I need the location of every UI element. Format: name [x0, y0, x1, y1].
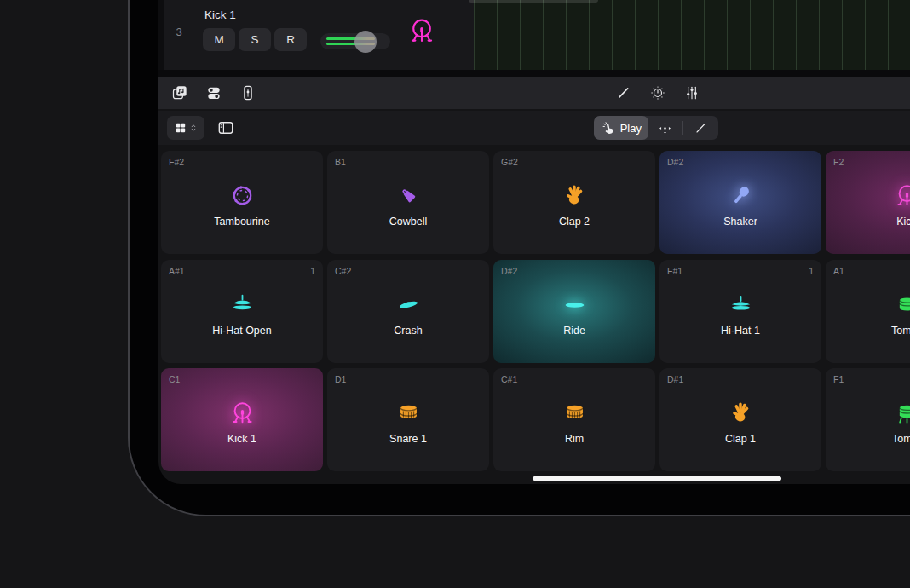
volume-knob[interactable]: [354, 31, 377, 53]
region-edge: [469, 0, 598, 3]
drum-pad[interactable]: C#2 Crash: [327, 260, 489, 363]
play-mode-segment[interactable]: Play: [594, 116, 648, 140]
control-bar: [158, 77, 910, 109]
tom-high-icon: [894, 291, 910, 318]
control-bar-right: [612, 77, 704, 109]
pad-label: Snare 1: [389, 433, 427, 445]
drum-pad[interactable]: D1 Snare 1: [327, 368, 489, 471]
smart-controls-button[interactable]: [202, 81, 226, 105]
drum-pad[interactable]: A1 Tom H: [826, 260, 910, 363]
pad-note-label: C1: [169, 374, 180, 384]
move-mode-segment[interactable]: [648, 116, 683, 140]
timeline-grid[interactable]: [474, 0, 910, 70]
pad-note-label: F#1: [667, 266, 682, 276]
pad-note-label: C#1: [501, 374, 517, 384]
pad-label: Cowbell: [389, 216, 427, 228]
divider: [158, 70, 910, 77]
loop-browser-button[interactable]: [168, 81, 192, 105]
clap-icon: [562, 182, 588, 209]
pad-badge: 1: [310, 266, 315, 276]
mixer-icon: [683, 84, 700, 101]
shaker-icon: [728, 182, 754, 209]
drum-pad[interactable]: D#2 Shaker: [659, 151, 821, 254]
drum-pad[interactable]: G#2 Clap 2: [493, 151, 655, 254]
drum-pad[interactable]: C1 Kick 1: [161, 368, 323, 471]
pad-label: Kick 1: [228, 433, 256, 445]
drum-pad[interactable]: D#1 Clap 1: [659, 368, 821, 471]
mute-button[interactable]: M: [203, 28, 235, 51]
mixer-button[interactable]: [680, 81, 704, 105]
pencil-button[interactable]: [612, 81, 636, 105]
pad-label: Tom L: [892, 433, 910, 445]
pad-label: Clap 1: [725, 433, 756, 445]
pad-label: Kick: [896, 216, 910, 228]
clap-icon: [728, 400, 754, 426]
app-screen: 3 Kick 1 M S R: [158, 0, 910, 484]
home-indicator[interactable]: [533, 476, 781, 481]
mode-segmented-control: Play: [594, 116, 718, 140]
tom-floor-icon: [894, 400, 910, 426]
metronome-button[interactable]: [646, 81, 670, 105]
grid-view-button[interactable]: [167, 116, 204, 140]
drum-pad[interactable]: A#1 1 Hi-Hat Open: [161, 260, 323, 363]
msr-buttons: M S R: [203, 28, 307, 51]
pad-grid: F#2 Tambourine B1 Cowbell G#2 Clap 2 D#2…: [161, 151, 910, 471]
smart-controls-icon: [205, 84, 222, 101]
pad-label: Rim: [565, 433, 584, 445]
record-enable-button[interactable]: R: [274, 28, 307, 51]
pad-note-label: F2: [833, 157, 844, 167]
pad-note-label: D1: [335, 374, 346, 384]
pad-note-label: A#1: [169, 266, 185, 276]
kick-drum-icon: [407, 16, 436, 45]
move-icon: [658, 121, 672, 135]
snare-icon: [395, 400, 422, 426]
ride-icon: [562, 291, 588, 318]
pad-label: Crash: [394, 325, 422, 337]
kick-icon: [229, 400, 256, 426]
drum-pad[interactable]: F#2 Tambourine: [161, 151, 323, 254]
drum-pad[interactable]: F#1 1 Hi-Hat 1: [659, 260, 821, 363]
pad-label: Hi-Hat 1: [721, 325, 760, 337]
pad-note-label: D#1: [667, 374, 683, 384]
pad-note-label: G#2: [501, 157, 518, 167]
pad-note-label: C#2: [335, 266, 351, 276]
control-bar-left: [168, 77, 260, 109]
pad-note-label: B1: [335, 157, 346, 167]
track-row[interactable]: 3 Kick 1 M S R: [158, 0, 474, 70]
hihat-open-icon: [229, 291, 256, 318]
track-name: Kick 1: [204, 9, 236, 21]
pad-note-label: F1: [833, 374, 844, 384]
pad-label: Ride: [563, 325, 585, 337]
kick-icon: [894, 182, 910, 209]
fader-button[interactable]: [236, 81, 260, 105]
fader-icon: [239, 84, 256, 101]
solo-button[interactable]: S: [239, 28, 271, 51]
pad-label: Hi-Hat Open: [212, 325, 271, 337]
drum-pad[interactable]: F1 Tom L: [826, 368, 910, 471]
drum-pad[interactable]: F2 Kick: [826, 151, 910, 254]
pad-label: Clap 2: [559, 216, 590, 228]
pad-label: Tambourine: [214, 216, 269, 228]
metronome-icon: [649, 84, 666, 101]
pencil-icon: [694, 121, 708, 135]
pencil-icon: [615, 84, 632, 101]
segment-label: Play: [620, 122, 642, 135]
pad-badge: 1: [809, 266, 814, 276]
edit-mode-segment[interactable]: [683, 116, 718, 140]
hihat-icon: [728, 291, 754, 318]
chevron-updown-icon: [189, 123, 198, 133]
drum-pad[interactable]: D#2 Ride: [493, 260, 655, 363]
track-number: 3: [167, 26, 191, 38]
pad-note-label: A1: [833, 266, 844, 276]
pad-note-label: F#2: [169, 157, 184, 167]
tambourine-icon: [229, 182, 256, 209]
tap-hand-icon: [601, 121, 615, 135]
drum-pad[interactable]: C#1 Rim: [493, 368, 655, 471]
loop-browser-icon: [171, 84, 188, 101]
stage: 3 Kick 1 M S R: [0, 0, 910, 588]
sidebar-toggle-button[interactable]: [213, 116, 239, 140]
drum-pad[interactable]: B1 Cowbell: [327, 151, 489, 254]
volume-slider[interactable]: [320, 33, 390, 49]
grid-view-icon: [174, 121, 187, 135]
pad-toolbar: Play: [158, 111, 910, 145]
